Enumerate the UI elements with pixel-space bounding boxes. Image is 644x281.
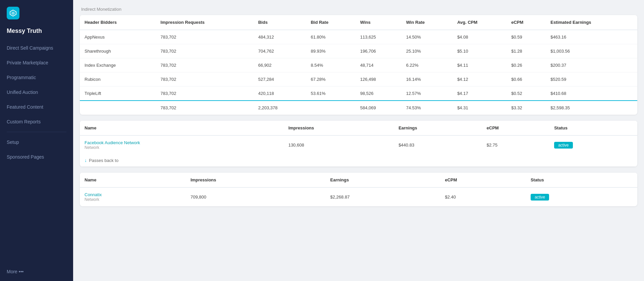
col-header-bidders: Header Bidders	[80, 15, 156, 30]
header-bidders-thead-row: Header Bidders Impression Requests Bids …	[80, 15, 637, 30]
bidder-impression-requests: 783,702	[156, 58, 254, 72]
bidder-win-rate: 12.57%	[401, 87, 452, 101]
table-row: Sharethrough 783,702 704,762 89.93% 196,…	[80, 44, 637, 58]
bidder-name: TripleLift	[80, 87, 156, 101]
bidder-impression-requests: 783,702	[156, 30, 254, 44]
network-tbody-2: Connatix Network 709,800 $2,268.87 $2.40…	[80, 187, 637, 206]
site-title: Messy Truth	[0, 23, 73, 41]
bidder-bid-rate: 53.61%	[306, 87, 355, 101]
table-row: TripleLift 783,702 420,118 53.61% 98,526…	[80, 87, 637, 101]
sidebar-item-sponsored-pages[interactable]: Sponsored Pages	[0, 150, 73, 164]
bidder-bids: 66,902	[254, 58, 306, 72]
network-table-2: Name Impressions Earnings eCPM Status Co…	[80, 173, 637, 206]
net2-col-ecpm: eCPM	[440, 173, 526, 187]
status-badge: active	[554, 142, 573, 149]
network-card-2: Name Impressions Earnings eCPM Status Co…	[80, 173, 637, 206]
bidder-avg-cpm: $5.10	[452, 44, 506, 58]
col-impression-requests: Impression Requests	[156, 15, 254, 30]
bidder-wins: 196,706	[356, 44, 401, 58]
sidebar-item-custom-reports[interactable]: Custom Reports	[0, 114, 73, 129]
connatix-link[interactable]: Connatix	[85, 192, 181, 197]
bidder-bid-rate: 61.80%	[306, 30, 355, 44]
network-thead-row-2: Name Impressions Earnings eCPM Status	[80, 173, 637, 187]
table-row: Facebook Audience Network Network 130,60…	[80, 135, 637, 154]
passes-back-arrow-icon: ↓	[85, 158, 87, 163]
sidebar-item-programmatic[interactable]: Programmatic	[0, 70, 73, 85]
sidebar-item-private-marketplace[interactable]: Private Marketplace	[0, 55, 73, 70]
bidder-ecpm: $1.28	[506, 44, 546, 58]
table-row: Connatix Network 709,800 $2,268.87 $2.40…	[80, 187, 637, 206]
net2-ecpm: $2.40	[440, 187, 526, 206]
network-thead-row-1: Name Impressions Earnings eCPM Status	[80, 121, 637, 135]
sidebar-item-direct-sell[interactable]: Direct Sell Campaigns	[0, 41, 73, 55]
total-impression-requests: 783,702	[156, 101, 254, 115]
net1-impressions: 130,608	[284, 135, 394, 154]
sidebar-more-button[interactable]: More •••	[0, 264, 73, 281]
bidder-estimated-earnings: $200.37	[546, 58, 637, 72]
passes-back-label: Passes back to	[89, 158, 118, 163]
col-wins: Wins	[356, 15, 401, 30]
total-win-rate: 74.53%	[401, 101, 452, 115]
table-row: AppNexus 783,702 484,312 61.80% 113,625 …	[80, 30, 637, 44]
bidder-win-rate: 14.50%	[401, 30, 452, 44]
bidder-wins: 113,625	[356, 30, 401, 44]
bidder-ecpm: $0.66	[506, 72, 546, 87]
bidder-name: Index Exchange	[80, 58, 156, 72]
sidebar-item-featured-content[interactable]: Featured Content	[0, 100, 73, 114]
net1-col-ecpm: eCPM	[482, 121, 549, 135]
net1-col-impressions: Impressions	[284, 121, 394, 135]
passes-back-row: ↓ Passes back to	[80, 154, 637, 167]
bidder-win-rate: 6.22%	[401, 58, 452, 72]
net1-type: Network	[85, 145, 279, 150]
bidder-wins: 98,526	[356, 87, 401, 101]
sidebar-item-unified-auction[interactable]: Unified Auction	[0, 85, 73, 100]
net1-col-status: Status	[549, 121, 637, 135]
net2-col-impressions: Impressions	[186, 173, 326, 187]
col-avg-cpm: Avg. CPM	[452, 15, 506, 30]
sidebar-item-setup[interactable]: Setup	[0, 135, 73, 150]
header-bidders-table: Header Bidders Impression Requests Bids …	[80, 15, 637, 115]
total-ecpm: $3.32	[506, 101, 546, 115]
bidder-avg-cpm: $4.11	[452, 58, 506, 72]
bidder-wins: 126,498	[356, 72, 401, 87]
sidebar-logo-area	[0, 0, 73, 23]
bidder-estimated-earnings: $463.16	[546, 30, 637, 44]
sidebar: Messy Truth Direct Sell Campaigns Privat…	[0, 0, 73, 281]
network-card-1: Name Impressions Earnings eCPM Status Fa…	[80, 121, 637, 167]
net1-col-earnings: Earnings	[394, 121, 482, 135]
total-bids: 2,203,378	[254, 101, 306, 115]
bidder-impression-requests: 783,702	[156, 87, 254, 101]
total-estimated-earnings: $2,598.35	[546, 101, 637, 115]
bidder-win-rate: 25.10%	[401, 44, 452, 58]
bidder-bid-rate: 89.93%	[306, 44, 355, 58]
col-bid-rate: Bid Rate	[306, 15, 355, 30]
bidder-bids: 484,312	[254, 30, 306, 44]
net1-earnings: $440.83	[394, 135, 482, 154]
total-wins: 584,069	[356, 101, 401, 115]
net2-type: Network	[85, 197, 181, 202]
bidder-impression-requests: 783,702	[156, 44, 254, 58]
bidder-estimated-earnings: $410.68	[546, 87, 637, 101]
net2-status: active	[526, 187, 637, 206]
status-badge: active	[531, 194, 549, 201]
net2-name-cell: Connatix Network	[80, 187, 186, 206]
bidder-avg-cpm: $4.12	[452, 72, 506, 87]
bidder-ecpm: $0.26	[506, 58, 546, 72]
total-label	[80, 101, 156, 115]
col-win-rate: Win Rate	[401, 15, 452, 30]
section-label: Indirect Monetization	[80, 7, 637, 12]
network-table-1: Name Impressions Earnings eCPM Status Fa…	[80, 121, 637, 154]
net2-impressions: 709,800	[186, 187, 326, 206]
bidder-bid-rate: 8.54%	[306, 58, 355, 72]
facebook-audience-network-link[interactable]: Facebook Audience Network	[85, 140, 279, 145]
bidder-impression-requests: 783,702	[156, 72, 254, 87]
header-bidders-card: Header Bidders Impression Requests Bids …	[80, 15, 637, 115]
bidder-avg-cpm: $4.08	[452, 30, 506, 44]
table-row: Rubicon 783,702 527,284 67.28% 126,498 1…	[80, 72, 637, 87]
bidder-name: AppNexus	[80, 30, 156, 44]
bidder-ecpm: $0.52	[506, 87, 546, 101]
net2-col-name: Name	[80, 173, 186, 187]
main-content: Indirect Monetization Header Bidders Imp…	[73, 0, 644, 281]
bidder-avg-cpm: $4.17	[452, 87, 506, 101]
net1-status: active	[549, 135, 637, 154]
